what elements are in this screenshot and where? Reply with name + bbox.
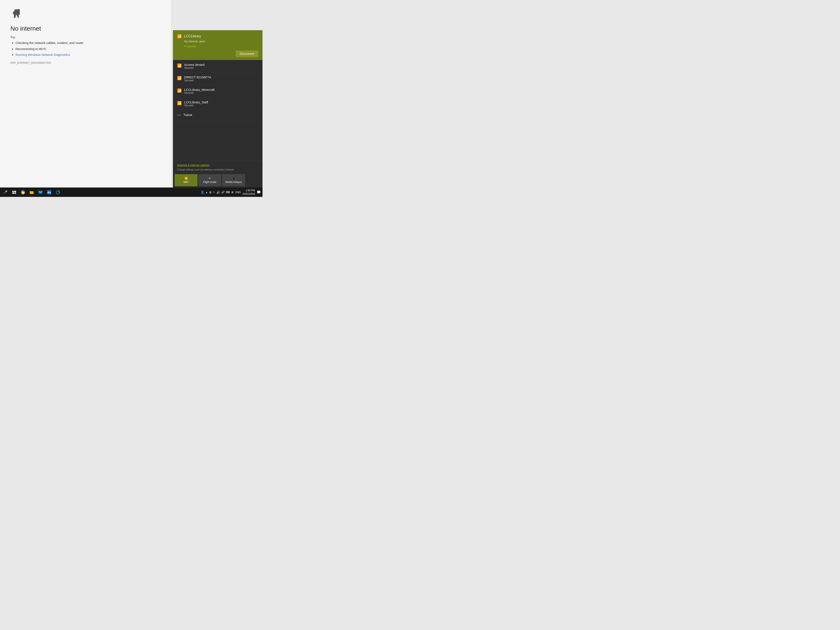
sys-tray-icons: 👤 ▲ 🖥 ↖ 🔊 🔗 ⌨ 🖥 <box>201 191 234 194</box>
notifications-icon[interactable]: 💬 <box>257 190 261 194</box>
no-internet-title: No internet <box>10 25 160 32</box>
tips-list: Checking the network cables, modem, and … <box>10 41 160 57</box>
mobile-hotspot-button[interactable]: 📱 Mobile hotspot <box>222 174 245 186</box>
language-indicator[interactable]: ENG <box>235 191 241 194</box>
network-name-4: LCCLibrary_Staff <box>184 100 208 104</box>
tip-item-1: Checking the network cables, modem, and … <box>16 41 160 46</box>
taskbar: 🎤 <box>0 188 262 197</box>
network-security-4: Secured <box>184 104 208 107</box>
clock-date: 24/01/2019 <box>243 192 255 196</box>
tip-item-3[interactable]: Running Windows Network Diagnostics <box>16 52 160 57</box>
network-item-direct[interactable]: 📶 DIRECT-92156F7A Secured <box>173 73 262 85</box>
svg-rect-5 <box>14 14 16 16</box>
screen-icon[interactable]: 🖥 <box>209 191 212 194</box>
wifi-icon-2: 📶 <box>177 76 182 81</box>
microphone-icon[interactable]: 🎤 <box>2 188 9 196</box>
network-name-5: Tupua <box>183 113 192 117</box>
svg-rect-6 <box>17 14 19 16</box>
photos-icon[interactable] <box>46 188 53 196</box>
chrome-icon[interactable] <box>19 188 27 196</box>
network-item-access-denied[interactable]: 📶 Access denied Secured <box>173 60 262 73</box>
wifi-quick-button[interactable]: 📶 WiFi <box>175 174 197 186</box>
flight-mode-label: Flight mode <box>203 181 216 183</box>
network-security-2: Secured <box>184 79 211 82</box>
flight-mode-button[interactable]: ✈ Flight mode <box>198 174 221 186</box>
monitor-icon[interactable]: 🖥 <box>231 191 234 194</box>
network-name-1: Access denied <box>184 63 205 66</box>
person-icon[interactable]: 👤 <box>201 191 204 194</box>
svg-rect-2 <box>19 9 19 9</box>
disconnect-button[interactable]: Disconnect <box>235 51 258 57</box>
tip-item-2: Reconnecting to Wi-Fi <box>16 47 160 52</box>
wifi-icon-1: 📶 <box>177 63 182 68</box>
network-name-3: LCCLibrary_Minecraft <box>184 88 215 92</box>
network-name-2: DIRECT-92156F7A <box>184 76 211 79</box>
network-settings-link[interactable]: Network & Internet settings <box>177 164 258 167</box>
connected-network-name: LCCLibrary <box>184 35 201 38</box>
svg-rect-9 <box>14 17 15 18</box>
browser-content: No internet Try: Checking the network ca… <box>0 0 171 188</box>
error-code: ERR_INTERNET_DISCONNECTED <box>10 62 160 65</box>
clock-time: 1:55 PM <box>243 189 255 192</box>
taskbar-right: 👤 ▲ 🖥 ↖ 🔊 🔗 ⌨ 🖥 ENG 1:55 PM 24/01/2019 💬 <box>201 189 261 196</box>
network-security-1: Secured <box>184 66 205 69</box>
svg-rect-8 <box>17 16 19 17</box>
network-item-staff[interactable]: 📶 LCCLibrary_Staff Secured <box>173 98 262 110</box>
svg-rect-19 <box>38 191 42 194</box>
connected-network: 📶 LCCLibrary No Internet, open Propertie… <box>173 30 262 60</box>
diagnostics-link[interactable]: Running Windows Network Diagnostics <box>16 53 70 57</box>
connected-network-status: No Internet, open <box>184 40 205 43</box>
wifi-connected-icon: 📶 <box>177 34 182 38</box>
svg-rect-4 <box>13 12 14 14</box>
wifi-quick-icon: 📶 <box>185 177 188 180</box>
volume-icon[interactable]: 🔊 <box>216 191 220 194</box>
mobile-hotspot-label: Mobile hotspot <box>226 181 242 183</box>
wifi-panel: 📶 LCCLibrary No Internet, open Propertie… <box>173 30 262 188</box>
try-label: Try: <box>10 35 160 39</box>
svg-rect-13 <box>12 193 14 194</box>
svg-rect-14 <box>14 193 16 194</box>
wifi-icon-3: 📶 <box>177 88 182 93</box>
wifi-quick-label: WiFi <box>183 181 188 183</box>
dino-icon <box>10 8 23 21</box>
network-item-minecraft[interactable]: 📶 LCCLibrary_Minecraft Secured <box>173 85 262 98</box>
network-settings-desc: Change settings, such as making a connec… <box>177 168 234 171</box>
mobile-hotspot-icon: 📱 <box>232 177 235 180</box>
keyboard-icon[interactable]: ⌨ <box>226 191 230 194</box>
svg-rect-10 <box>18 17 19 18</box>
svg-point-17 <box>22 192 24 193</box>
tray-expand-icon[interactable]: ▲ <box>205 191 208 194</box>
svg-rect-12 <box>14 191 16 192</box>
file-explorer-icon[interactable] <box>28 188 35 196</box>
quick-actions-row: 📶 WiFi ✈ Flight mode 📱 Mobile hotspot <box>173 173 262 188</box>
svg-rect-3 <box>14 11 20 15</box>
network-icon[interactable]: 🔗 <box>221 191 224 194</box>
flight-mode-icon: ✈ <box>209 177 211 180</box>
wifi-icon-4: 📶 <box>177 101 182 106</box>
cursor-icon: ↖ <box>213 191 215 194</box>
svg-rect-20 <box>47 190 51 194</box>
wifi-settings-section: Network & Internet settings Change setti… <box>173 161 262 173</box>
mail-icon[interactable] <box>37 188 44 196</box>
network-security-3: Secured <box>184 92 215 95</box>
svg-rect-11 <box>12 191 14 192</box>
network-item-tupua[interactable]: 〰 Tupua <box>173 110 262 121</box>
network-list: 📶 Access denied Secured 📶 DIRECT-92156F7… <box>173 60 262 161</box>
svg-rect-7 <box>14 16 16 17</box>
wifi-icon-5: 〰 <box>177 113 181 118</box>
taskbar-clock[interactable]: 1:55 PM 24/01/2019 <box>243 189 255 196</box>
taskbar-left: 🎤 <box>2 188 201 196</box>
task-view-icon[interactable] <box>10 188 18 196</box>
properties-link[interactable]: Properties <box>184 45 258 48</box>
refresh-icon[interactable] <box>54 188 62 196</box>
